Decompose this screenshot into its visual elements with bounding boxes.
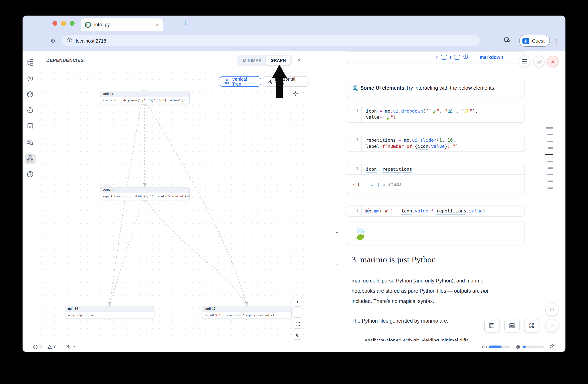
profile-button[interactable]: Guest xyxy=(519,35,550,47)
cpu-progress-bar xyxy=(523,345,544,348)
stop-button[interactable] xyxy=(546,303,559,316)
graph-node-cell-17[interactable]: cell-17mo.md("# " + icon.value * repetit… xyxy=(202,306,292,319)
minimap-cell-marker[interactable] xyxy=(547,181,553,182)
sidebar-item-help[interactable] xyxy=(25,170,35,180)
line-number: 1 xyxy=(346,206,362,216)
run-button[interactable] xyxy=(546,319,559,332)
warnings-count: 0 xyxy=(54,344,57,349)
close-tab-icon[interactable]: × xyxy=(156,22,159,27)
ai-assist-icon[interactable] xyxy=(549,343,556,351)
minimize-window-button[interactable] xyxy=(61,21,66,26)
cell-editor-mo-md[interactable]: 1 mo.md("# " + icon.value * repetitions.… xyxy=(346,206,525,217)
browser-tab[interactable]: m intro.py × xyxy=(81,19,163,31)
notebook-menu-button[interactable] xyxy=(519,56,530,67)
lightning-off-icon xyxy=(65,344,71,349)
avatar xyxy=(523,38,529,44)
graph-edges xyxy=(38,70,309,341)
fit-view-button[interactable] xyxy=(293,319,302,329)
autorun-toggle[interactable] xyxy=(65,344,76,349)
minimap-cell-marker[interactable] xyxy=(546,127,553,129)
file-explorer-icon xyxy=(26,58,34,68)
minimap-cell-marker[interactable] xyxy=(547,174,553,175)
zoom-out-button[interactable]: − xyxy=(293,308,302,318)
toolbar-divider xyxy=(515,37,515,44)
minimap-cell-marker[interactable] xyxy=(547,147,553,149)
sidebar-item-snippets[interactable] xyxy=(25,137,35,148)
expand-chevron[interactable]: › xyxy=(352,182,355,187)
leaf-emoji: 🍃 xyxy=(352,227,368,239)
layout-button[interactable] xyxy=(504,319,520,332)
tab-minimap[interactable]: MINIMAP xyxy=(238,56,266,64)
app-content: DEPENDENCIES MINIMAP GRAPH × xyxy=(22,51,566,341)
save-button[interactable] xyxy=(484,319,500,332)
close-window-button[interactable] xyxy=(52,21,57,26)
shortcut-f-key[interactable] xyxy=(454,55,460,59)
language-badge[interactable]: markdown xyxy=(480,55,503,59)
items-count: 2 Items xyxy=(383,182,402,187)
section-heading: 3. marimo is just Python xyxy=(352,255,436,265)
site-info-icon[interactable]: ⓘ xyxy=(67,37,72,44)
logs-icon xyxy=(26,122,34,132)
cell-editor-slider[interactable]: 1 repetitions = mo.ui.slider(1, 16,label… xyxy=(346,135,525,152)
collapsed-output[interactable]: › [ … ] 2 Items xyxy=(346,175,525,194)
minimap-cell-marker[interactable] xyxy=(547,161,553,162)
shutdown-button[interactable]: × xyxy=(547,56,559,67)
cell-output-md: 🌊 Some UI elements. Try interacting with… xyxy=(346,78,525,97)
sidebar-item-variables[interactable] xyxy=(25,74,35,84)
collapse-output-chevron[interactable]: › xyxy=(334,232,340,233)
graph-node-cell-16[interactable]: cell-16icon, repetitions xyxy=(65,306,154,319)
vertical-tree-button[interactable]: Vertical Tree xyxy=(220,76,261,87)
ram-usage[interactable] xyxy=(482,344,510,349)
sidebar-item-dependency-graph[interactable] xyxy=(25,154,35,164)
line-number: 1 xyxy=(346,135,362,152)
dependencies-header: DEPENDENCIES MINIMAP GRAPH × xyxy=(38,51,309,70)
window-controls[interactable] xyxy=(52,21,75,26)
cell-editor-dropdown[interactable]: 1 icon = mo.ui.dropdown(["🍃", "🌊", "✨"],… xyxy=(346,106,525,123)
shortcuts-button[interactable]: ⌘ xyxy=(524,319,539,332)
sidebar-item-packages[interactable] xyxy=(25,90,35,100)
cpu-usage[interactable] xyxy=(515,344,544,349)
close-panel-icon[interactable]: × xyxy=(297,57,301,63)
zoom-in-button[interactable]: + xyxy=(293,297,302,307)
minimap-cell-marker[interactable] xyxy=(547,141,553,142)
address-bar[interactable]: ⓘ localhost:2718 xyxy=(62,35,480,46)
minimap-cell-marker[interactable] xyxy=(546,154,553,155)
layout-icon xyxy=(508,322,515,329)
sidebar-item-file-explorer[interactable] xyxy=(25,58,35,68)
node-title: cell-17 xyxy=(202,306,291,312)
reload-icon[interactable]: ↻ xyxy=(48,37,58,44)
dependencies-panel: DEPENDENCIES MINIMAP GRAPH × xyxy=(38,51,309,341)
warnings-indicator[interactable]: 0 xyxy=(47,344,57,349)
tab-graph[interactable]: GRAPH xyxy=(266,56,290,64)
shortcut-f-label: f xyxy=(450,55,451,59)
cell-info-icon[interactable] xyxy=(463,54,469,60)
sidebar-item-logs[interactable] xyxy=(25,122,35,132)
minimap-cell-marker[interactable] xyxy=(547,134,553,135)
cell-editor-md[interactable]: 1 **🌊 Some UI elements.** Try interactin… xyxy=(346,51,525,63)
notebook-settings-button[interactable] xyxy=(533,56,545,67)
minimap-cell-marker[interactable] xyxy=(547,167,553,169)
sidebar-item-ai-chat[interactable] xyxy=(25,106,35,116)
collapse-section-chevron[interactable]: › xyxy=(334,264,340,266)
ram-icon xyxy=(482,344,487,349)
tab-title: intro.py xyxy=(94,22,156,27)
cell-editor-tuple[interactable]: 1 icon, repetitions › [ … ] 2 Items xyxy=(346,164,525,194)
errors-indicator[interactable]: 0 xyxy=(33,344,42,349)
graph-node-cell-14[interactable]: cell-14icon = mo.ui.dropdown(["🍃", "🌊", … xyxy=(100,91,190,104)
graph-canvas[interactable]: Vertical Tree Horizontal Tree cell-14ico… xyxy=(38,70,309,341)
section-paragraph: marimo cells parse Python (and only Pyth… xyxy=(352,276,504,307)
locate-button[interactable] xyxy=(293,330,302,340)
play-icon xyxy=(549,323,555,328)
minimap-cell-marker[interactable] xyxy=(547,187,553,189)
graph-settings-icon[interactable] xyxy=(292,90,299,98)
status-bar: 0 0 xyxy=(22,341,566,352)
graph-node-cell-15[interactable]: cell-15repetitions = mo.ui.slider(1, 16,… xyxy=(100,187,190,200)
browser-menu-icon[interactable]: ⋮ xyxy=(554,38,560,44)
tab-search-icon[interactable] xyxy=(504,37,511,45)
shortcut-r-key[interactable] xyxy=(441,55,447,59)
back-icon[interactable]: ← xyxy=(28,37,38,44)
forward-icon[interactable]: → xyxy=(38,37,48,44)
vertical-tree-icon xyxy=(225,79,230,84)
maximize-window-button[interactable] xyxy=(70,21,75,26)
new-tab-button[interactable]: + xyxy=(183,19,187,27)
